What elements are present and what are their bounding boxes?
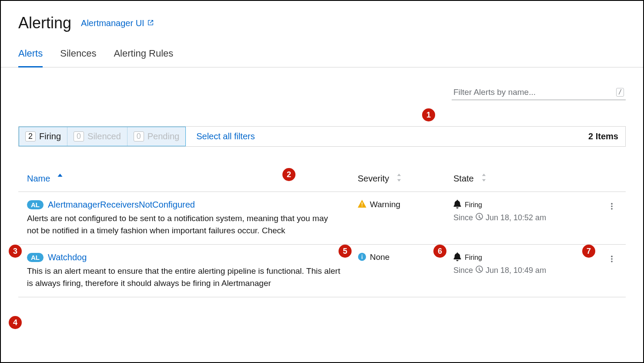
tab-silences[interactable]: Silences bbox=[60, 41, 96, 67]
row-actions-kebab[interactable] bbox=[607, 200, 617, 213]
tab-alerts[interactable]: Alerts bbox=[18, 41, 43, 67]
svg-rect-1 bbox=[362, 205, 362, 206]
sort-icon bbox=[396, 173, 402, 185]
bell-icon bbox=[453, 252, 461, 263]
alert-description: This is an alert meant to ensure that th… bbox=[27, 265, 340, 289]
bell-icon bbox=[453, 200, 461, 210]
tab-alerting-rules[interactable]: Alerting Rules bbox=[114, 41, 173, 67]
svg-rect-7 bbox=[362, 255, 362, 255]
svg-point-9 bbox=[611, 258, 613, 260]
callout-1: 1 bbox=[422, 108, 435, 121]
globe-icon bbox=[476, 213, 483, 222]
table-row: AL Watchdog This is an alert meant to en… bbox=[18, 245, 626, 297]
filter-silenced[interactable]: 0 Silenced bbox=[67, 127, 127, 146]
severity-label: Warning bbox=[370, 200, 400, 209]
since-time: Jun 18, 10:52 am bbox=[486, 213, 546, 222]
toolbar: 2 Firing 0 Silenced 0 Pending Select all… bbox=[18, 126, 626, 147]
select-all-filters-link[interactable]: Select all filters bbox=[196, 131, 255, 141]
callout-6: 6 bbox=[433, 245, 446, 258]
hotkey-hint: / bbox=[616, 88, 624, 97]
svg-point-10 bbox=[611, 261, 613, 262]
svg-rect-0 bbox=[362, 202, 362, 205]
filter-pending-label: Pending bbox=[148, 131, 179, 141]
state-label: Firing bbox=[465, 254, 482, 262]
sort-asc-icon bbox=[57, 173, 63, 185]
column-header-state[interactable]: State bbox=[453, 173, 584, 185]
alert-type-badge: AL bbox=[27, 253, 44, 262]
column-header-severity-label: Severity bbox=[358, 174, 389, 184]
alert-link[interactable]: Watchdog bbox=[48, 252, 87, 262]
svg-rect-6 bbox=[362, 256, 362, 259]
column-header-name[interactable]: Name bbox=[27, 173, 358, 185]
column-header-state-label: State bbox=[453, 174, 474, 184]
filter-pending[interactable]: 0 Pending bbox=[127, 127, 185, 146]
search-box[interactable]: / bbox=[452, 85, 626, 100]
warning-icon bbox=[358, 200, 366, 210]
callout-2: 2 bbox=[282, 168, 295, 181]
since-time: Jun 18, 10:49 am bbox=[486, 266, 546, 275]
severity-label: None bbox=[370, 252, 389, 262]
page-title: Alerting bbox=[18, 14, 71, 32]
table-row: AL AlertmanagerReceiversNotConfigured Al… bbox=[18, 192, 626, 245]
globe-icon bbox=[476, 266, 483, 275]
svg-point-8 bbox=[611, 255, 613, 257]
filter-firing-label: Firing bbox=[39, 131, 61, 141]
alert-description: Alerts are not configured to be sent to … bbox=[27, 212, 340, 236]
info-icon bbox=[358, 252, 366, 263]
filter-firing-count: 2 bbox=[25, 131, 36, 141]
svg-point-4 bbox=[611, 208, 613, 210]
tab-bar: Alerts Silences Alerting Rules bbox=[1, 41, 643, 67]
callout-7: 7 bbox=[582, 245, 595, 258]
svg-point-2 bbox=[611, 203, 613, 205]
items-count: 2 Items bbox=[588, 131, 618, 141]
alert-type-badge: AL bbox=[27, 200, 44, 209]
table-header: Name Severity State bbox=[18, 147, 626, 192]
search-input[interactable] bbox=[453, 87, 616, 97]
page-header: Alerting Alertmanager UI bbox=[1, 1, 643, 41]
alertmanager-ui-link-label: Alertmanager UI bbox=[81, 18, 144, 28]
callout-3: 3 bbox=[9, 245, 22, 258]
filter-group: 2 Firing 0 Silenced 0 Pending bbox=[19, 127, 186, 146]
svg-point-3 bbox=[611, 205, 613, 207]
sort-icon bbox=[481, 173, 487, 185]
column-header-severity[interactable]: Severity bbox=[358, 173, 453, 185]
state-label: Firing bbox=[465, 201, 482, 209]
alertmanager-ui-link[interactable]: Alertmanager UI bbox=[81, 18, 154, 28]
since-prefix: Since bbox=[453, 266, 473, 275]
filter-silenced-count: 0 bbox=[74, 131, 84, 141]
callout-4: 4 bbox=[9, 316, 22, 329]
filter-silenced-label: Silenced bbox=[87, 131, 121, 141]
filter-firing[interactable]: 2 Firing bbox=[19, 127, 67, 146]
callout-5: 5 bbox=[339, 245, 352, 258]
external-link-icon bbox=[147, 18, 154, 28]
row-actions-kebab[interactable] bbox=[607, 252, 617, 266]
filter-pending-count: 0 bbox=[134, 131, 144, 141]
column-header-name-label: Name bbox=[27, 174, 50, 184]
since-prefix: Since bbox=[453, 213, 473, 222]
alert-link[interactable]: AlertmanagerReceiversNotConfigured bbox=[48, 200, 195, 210]
